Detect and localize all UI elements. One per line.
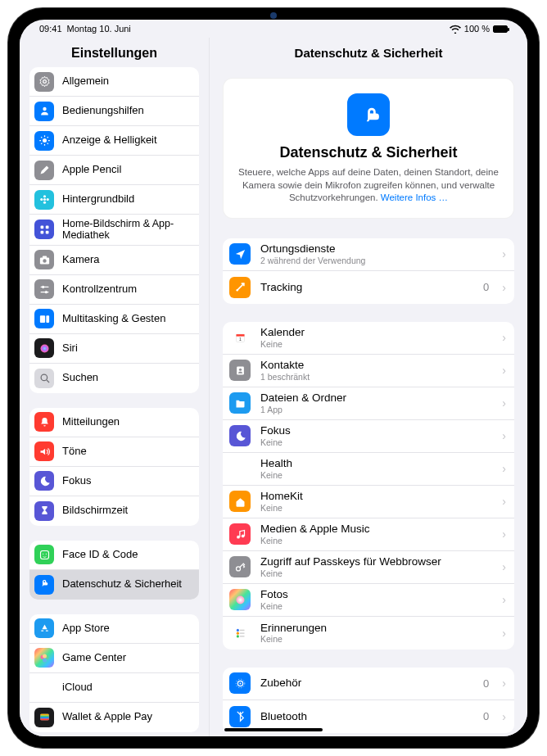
privacy-hero: Datenschutz & Sicherheit Steuere, welche… [223, 78, 514, 219]
sidebar-item-label: Game Center [62, 652, 191, 664]
sidebar-item-privacy[interactable]: Datenschutz & Sicherheit [29, 570, 199, 600]
hero-more-link[interactable]: Weitere Infos … [381, 192, 448, 202]
detail-row-photos[interactable]: FotosKeine› [223, 584, 514, 617]
detail-row-label: Tracking [260, 281, 473, 294]
privacy-hero-icon [347, 93, 390, 136]
chevron-right-icon: › [502, 710, 506, 723]
detail-row-reminders[interactable]: ErinnerungenKeine› [223, 617, 514, 650]
chevron-right-icon: › [502, 593, 506, 606]
photos-icon [229, 589, 251, 610]
sidebar-item-notifications[interactable]: Mitteilungen [29, 408, 199, 437]
sidebar-item-sounds[interactable]: Töne [29, 437, 199, 467]
sidebar-item-control[interactable]: Kontrollzentrum [29, 275, 199, 305]
svg-point-58 [236, 632, 238, 635]
svg-point-12 [43, 195, 45, 197]
bluetooth-icon [229, 706, 251, 727]
sidebar-item-gamecenter[interactable]: Game Center [29, 644, 199, 673]
svg-point-2 [43, 138, 47, 143]
folder-icon [229, 392, 251, 414]
sidebar-item-label: Datenschutz & Sicherheit [62, 578, 191, 591]
detail-row-label: Kalender [260, 326, 492, 339]
sliders-icon [34, 279, 54, 299]
svg-point-25 [42, 286, 44, 288]
hand-icon [34, 575, 54, 595]
contacts-icon [229, 360, 251, 381]
sidebar-item-general[interactable]: Allgemein [29, 67, 199, 97]
detail-row-contacts[interactable]: Kontakte1 beschränkt› [223, 355, 514, 387]
hero-description: Steuere, welche Apps auf deine Daten, de… [237, 166, 500, 205]
detail-row-location[interactable]: Ortungsdienste2 während der Verwendung› [223, 238, 514, 271]
grid-icon [34, 220, 54, 239]
music-icon [229, 523, 251, 545]
detail-row-label: Kontakte [260, 359, 492, 372]
sidebar-item-camera[interactable]: Kamera [29, 246, 199, 275]
svg-point-39 [43, 658, 47, 662]
detail-row-homekit[interactable]: HomeKitKeine› [223, 486, 514, 518]
wallet-icon [34, 708, 54, 727]
sidebar-item-appstore[interactable]: App Store [29, 614, 199, 644]
detail-row-sublabel: 1 App [260, 405, 492, 414]
svg-point-56 [236, 629, 238, 632]
svg-point-26 [44, 291, 47, 293]
hero-title: Datenschutz & Sicherheit [237, 144, 500, 161]
detail-row-sublabel: Keine [260, 503, 492, 513]
svg-point-30 [41, 374, 47, 381]
sidebar-item-wallpaper[interactable]: Hintergrundbild [29, 185, 199, 215]
svg-point-60 [236, 635, 238, 637]
detail-row-sublabel: Keine [260, 568, 492, 578]
svg-line-9 [41, 143, 42, 144]
sun-icon [34, 131, 54, 151]
moon-icon [229, 425, 251, 446]
detail-row-media[interactable]: Medien & Apple MusicKeine› [223, 518, 514, 551]
svg-point-21 [43, 259, 46, 262]
wifi-icon [450, 25, 461, 34]
detail-row-label: Ortungsdienste [260, 242, 492, 256]
sidebar-item-label: Fokus [62, 475, 191, 487]
detail-row-label: Dateien & Ordner [260, 392, 492, 405]
sidebar-item-search[interactable]: Suchen [29, 364, 199, 393]
appstore-icon [34, 618, 54, 638]
flower-icon [34, 190, 54, 210]
detail-row-focus2[interactable]: FokusKeine› [223, 420, 514, 453]
sidebar-item-siri[interactable]: Siri [29, 334, 199, 364]
svg-rect-43 [40, 716, 48, 718]
svg-line-10 [47, 137, 47, 138]
detail-row-accessory[interactable]: Zubehör0› [223, 668, 514, 700]
detail-row-files[interactable]: Dateien & Ordner1 App› [223, 387, 514, 420]
sidebar-item-display[interactable]: Anzeige & Helligkeit [29, 126, 199, 156]
detail-row-label: Medien & Apple Music [260, 523, 492, 536]
detail-row-value: 0 [483, 710, 489, 722]
sidebar-item-icloud[interactable]: iCloud [29, 673, 199, 703]
sidebar-item-accessibility[interactable]: Bedienungshilfen [29, 97, 199, 126]
sidebar-item-wallet[interactable]: Wallet & Apple Pay [29, 703, 199, 732]
status-bar: 09:41 Montag 10. Juni 100 % [20, 20, 527, 38]
detail-row-health[interactable]: HealthKeine› [223, 453, 514, 486]
sidebar-item-multitask[interactable]: Multitasking & Gesten [29, 305, 199, 334]
detail-row-tracking[interactable]: Tracking0› [223, 271, 514, 304]
siri-icon [34, 338, 54, 358]
sidebar-item-label: Kontrollzentrum [62, 283, 191, 296]
detail-row-value: 0 [483, 677, 489, 690]
status-time: 09:41 [39, 24, 62, 34]
sidebar-item-screentime[interactable]: Bildschirmzeit [29, 496, 199, 526]
sidebar-item-focus[interactable]: Fokus [29, 467, 199, 496]
detail-row-sublabel: Keine [260, 601, 492, 611]
sidebar-title: Einstellungen [20, 38, 209, 67]
detail-pane: Datenschutz & Sicherheit Datenschutz & S… [210, 38, 527, 736]
settings-sidebar: Einstellungen AllgemeinBedienungshilfenA… [20, 38, 210, 736]
sidebar-item-home[interactable]: Home-Bildschirm & App-Mediathek [29, 215, 199, 246]
svg-rect-27 [39, 315, 44, 323]
bell-icon [34, 412, 54, 432]
detail-row-passkeys[interactable]: Zugriff auf Passkeys für WebbrowserKeine… [223, 551, 514, 584]
chevron-right-icon: › [502, 364, 506, 377]
home-indicator[interactable] [224, 728, 323, 731]
sidebar-item-pencil[interactable]: Apple Pencil [29, 156, 199, 185]
moon-icon [34, 471, 54, 491]
svg-point-46 [236, 289, 238, 292]
chevron-right-icon: › [502, 677, 506, 690]
sidebar-item-faceid[interactable]: Face ID & Code [29, 541, 199, 570]
detail-row-label: Erinnerungen [260, 622, 492, 635]
svg-point-54 [236, 566, 240, 570]
detail-row-calendar[interactable]: 1KalenderKeine› [223, 322, 514, 355]
detail-row-label: Fotos [260, 588, 492, 601]
